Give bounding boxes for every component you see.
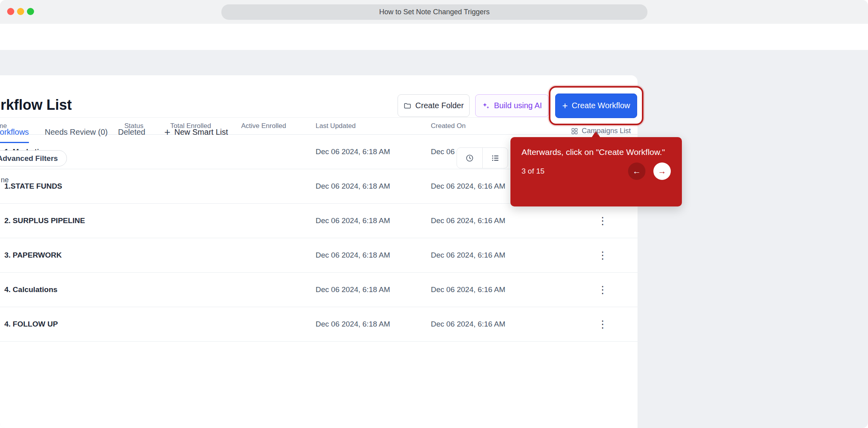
table-row[interactable]: 3. PAPERWORK Dec 06 2024, 6:18 AM Dec 06… xyxy=(0,238,638,273)
minimize-window-button[interactable] xyxy=(17,8,24,15)
create-folder-button[interactable]: Create Folder xyxy=(398,94,470,117)
history-view-button[interactable] xyxy=(457,148,482,168)
created-on-value: Dec 06 2024, 6:16 AM xyxy=(431,320,568,329)
clock-icon xyxy=(465,154,474,162)
created-on-value: Dec 06 2024, 6:16 AM xyxy=(431,285,568,294)
create-workflow-label: Create Workflow xyxy=(572,101,630,110)
tutorial-tooltip: Afterwards, click on "Create Workflow." … xyxy=(510,137,682,206)
table-row[interactable]: 4. FOLLOW UP Dec 06 2024, 6:18 AM Dec 06… xyxy=(0,307,638,342)
tooltip-text: Afterwards, click on "Create Workflow." xyxy=(522,147,671,158)
zoom-window-button[interactable] xyxy=(27,8,34,15)
campaigns-list-link[interactable]: Campaigns List xyxy=(571,127,631,135)
plus-icon: + xyxy=(562,101,568,111)
build-using-ai-button[interactable]: Build using AI xyxy=(475,94,549,117)
campaigns-list-label: Campaigns List xyxy=(582,127,631,135)
window-title: How to Set Note Changed Triggers xyxy=(221,4,647,20)
tab-deleted[interactable]: Deleted xyxy=(118,128,145,143)
tab-workflows[interactable]: Workflows xyxy=(0,128,29,143)
row-menu-icon[interactable]: ⋮ xyxy=(594,214,612,227)
last-updated-value: Dec 06 2024, 6:18 AM xyxy=(316,320,431,329)
advanced-filters-button[interactable]: Advanced Filters xyxy=(0,150,67,166)
last-updated-value: Dec 06 2024, 6:18 AM xyxy=(316,216,431,225)
new-smart-list-button[interactable]: + New Smart List xyxy=(164,127,228,137)
build-using-ai-label: Build using AI xyxy=(494,101,542,110)
workflow-name: 4. FOLLOW UP xyxy=(4,320,124,329)
column-header-active-enrolled: Active Enrolled xyxy=(241,122,316,130)
sparkle-wand-icon xyxy=(482,102,490,110)
close-window-button[interactable] xyxy=(7,8,14,15)
create-workflow-button[interactable]: + Create Workflow xyxy=(555,94,637,118)
arrow-right-icon: → xyxy=(658,166,666,176)
last-updated-value: Dec 06 2024, 6:18 AM xyxy=(316,285,431,294)
folder-icon xyxy=(404,102,411,110)
created-on-value: Dec 06 2024, 6:16 AM xyxy=(431,216,568,225)
page-title: Workflow List xyxy=(0,97,72,113)
create-folder-label: Create Folder xyxy=(415,101,464,110)
last-updated-value: Dec 06 2024, 6:18 AM xyxy=(316,147,431,156)
row-menu-icon[interactable]: ⋮ xyxy=(594,248,612,262)
row-menu-icon[interactable]: ⋮ xyxy=(594,283,612,296)
table-row[interactable]: 4. Calculations Dec 06 2024, 6:18 AM Dec… xyxy=(0,273,638,307)
clipped-text: ne xyxy=(1,176,9,184)
workflow-name: 1.STATE FUNDS xyxy=(4,182,124,191)
tooltip-step-counter: 3 of 15 xyxy=(522,167,544,176)
workflow-name: 4. Calculations xyxy=(4,285,124,294)
view-toggle-group xyxy=(457,147,508,168)
column-header-created-on: Created On xyxy=(431,122,568,130)
last-updated-value: Dec 06 2024, 6:18 AM xyxy=(316,251,431,260)
tooltip-prev-button[interactable]: ← xyxy=(628,162,645,180)
workflow-name: 2. SURPLUS PIPELINE xyxy=(4,216,124,225)
table-row[interactable]: 2. SURPLUS PIPELINE Dec 06 2024, 6:18 AM… xyxy=(0,204,638,238)
macos-window: How to Set Note Changed Triggers KC Work… xyxy=(0,0,868,428)
list-icon xyxy=(491,154,500,162)
column-header-last-updated: Last Updated xyxy=(316,122,431,130)
app-header: KC xyxy=(0,24,868,50)
tooltip-next-button[interactable]: → xyxy=(653,162,671,180)
plus-icon: + xyxy=(164,127,170,137)
created-on-value: Dec 06 2024, 6:16 AM xyxy=(431,251,568,260)
titlebar: How to Set Note Changed Triggers xyxy=(0,0,868,24)
last-updated-value: Dec 06 2024, 6:18 AM xyxy=(316,182,431,191)
tab-needs-review[interactable]: Needs Review (0) xyxy=(45,128,108,143)
arrow-left-icon: ← xyxy=(633,166,641,176)
list-view-button[interactable] xyxy=(482,148,508,168)
workflow-name: 3. PAPERWORK xyxy=(4,251,124,260)
new-smart-list-label: New Smart List xyxy=(174,128,228,137)
row-menu-icon[interactable]: ⋮ xyxy=(594,317,612,331)
tutorial-highlight-ring: + Create Workflow xyxy=(549,86,643,125)
grid-icon xyxy=(571,128,578,135)
